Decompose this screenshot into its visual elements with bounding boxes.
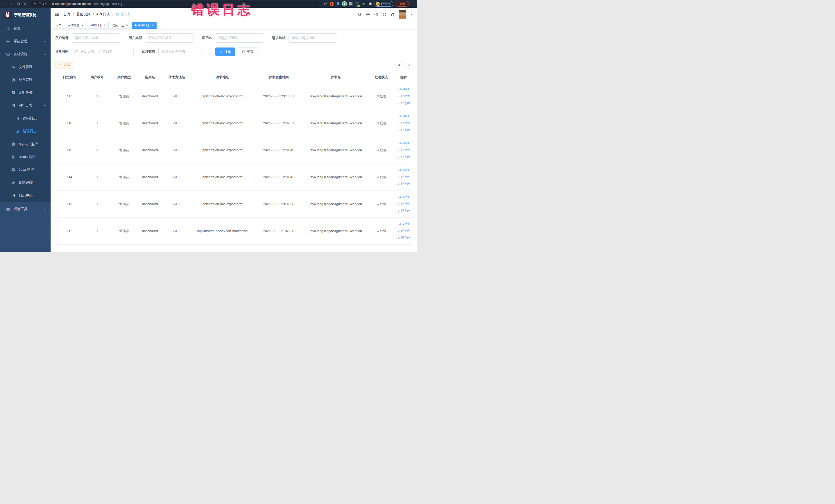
refresh-icon	[407, 63, 411, 66]
refresh-button[interactable]	[405, 61, 413, 68]
close-icon[interactable]	[126, 24, 128, 27]
cell-user-id: 1	[84, 218, 110, 244]
address-bar[interactable]: 不安全 dashboard.yudao.iocoder.cn/infra/log…	[30, 1, 320, 7]
sidebar-item-home[interactable]: 首页	[0, 22, 50, 35]
security-label: 不安全	[39, 2, 48, 6]
mark-processed-action[interactable]: 已处理	[398, 175, 410, 179]
breadcrumb-item[interactable]: 首页	[63, 12, 70, 17]
mark-processed-action[interactable]: 已处理	[398, 229, 410, 233]
url-path: /infra/log/api-error-log	[93, 2, 122, 6]
close-icon[interactable]	[103, 24, 106, 27]
puzzle-extensions-icon[interactable]	[368, 2, 372, 6]
insecure-warning-icon[interactable]	[33, 2, 37, 6]
sidebar-item-redis-monitor[interactable]: Redis 监控	[0, 150, 50, 163]
reset-button[interactable]: 重置	[238, 47, 258, 56]
mark-ignored-action[interactable]: 已忽略	[398, 236, 410, 240]
font-size-icon[interactable]	[390, 12, 395, 17]
reload-icon[interactable]	[16, 2, 20, 6]
github-icon[interactable]	[366, 12, 370, 17]
tag-home[interactable]: 首页	[53, 22, 64, 29]
request-url-input[interactable]: 请输入请求地址	[288, 33, 337, 43]
leaf-extension-icon[interactable]	[362, 2, 366, 6]
date-range-picker[interactable]: 开始日期 - 结束日期	[72, 47, 134, 56]
row-actions: 详细 已处理 已忽略	[396, 168, 412, 186]
mark-ignored-action[interactable]: 已忽略	[398, 155, 410, 159]
filter-app-name: 应用名 请输入应用名	[202, 33, 264, 43]
browser-menu-kebab-icon[interactable]	[411, 2, 415, 6]
tag-error-log[interactable]: 错误日志	[132, 22, 157, 29]
tag-schedule-log[interactable]: 调度日志	[87, 22, 108, 29]
close-icon[interactable]	[81, 24, 84, 27]
bookmark-star-icon[interactable]	[323, 2, 327, 6]
mark-processed-action[interactable]: 已处理	[398, 121, 410, 125]
update-browser-button[interactable]: 更新	[395, 1, 409, 7]
sidebar-item-access-log[interactable]: 访问日志	[0, 112, 50, 125]
toggle-search-button[interactable]	[395, 61, 403, 68]
check-icon	[398, 237, 401, 240]
cell-exception-time: 2021-05-03 12:01:45	[253, 164, 304, 190]
help-icon[interactable]	[374, 12, 378, 17]
cell-exception-time: 2021-05-03 12:02:31	[253, 109, 304, 137]
proxy-on-extension-icon[interactable]	[355, 2, 359, 6]
user-id-input[interactable]: 请输入用户编号	[72, 33, 120, 43]
user-type-select[interactable]: 请选择用户类型	[145, 33, 194, 43]
detail-action[interactable]: 详细	[399, 114, 409, 118]
tag-access-log[interactable]: 访问日志	[110, 22, 131, 29]
row-actions: 详细 已处理 已忽略	[396, 87, 412, 105]
fullscreen-icon[interactable]	[382, 12, 387, 17]
caret-down-icon[interactable]	[410, 13, 413, 16]
sidebar-item-config-mgmt[interactable]: 配置管理	[0, 74, 50, 86]
detail-action[interactable]: 详细	[399, 222, 409, 226]
breadcrumb-item[interactable]: API 日志	[96, 12, 110, 17]
detail-action[interactable]: 详细	[399, 141, 409, 145]
hamburger-icon[interactable]	[55, 12, 59, 17]
search-icon[interactable]	[358, 12, 362, 17]
sidebar-item-api-log[interactable]: API 日志	[0, 99, 50, 112]
mark-ignored-action[interactable]: 已忽略	[398, 209, 410, 213]
sidebar-item-dev-tools[interactable]: 研发工具	[0, 202, 50, 216]
sidebar-item-infrastructure[interactable]: 基础设施	[0, 48, 50, 61]
search-button[interactable]: 搜索	[216, 47, 235, 56]
paused-pill-button[interactable]: 已暂停	[374, 1, 393, 7]
sidebar-item-trace[interactable]: 链路追踪	[0, 176, 50, 189]
sidebar-item-error-log[interactable]: 错误日志	[0, 125, 50, 138]
sidebar-item-java-monitor[interactable]: Java 监控	[0, 163, 50, 176]
sidebar-item-mysql-monitor[interactable]: MySQL 监控	[0, 138, 50, 150]
sidebar-item-label: 链路追踪	[19, 180, 33, 185]
active-dot	[135, 24, 137, 26]
user-avatar[interactable]	[399, 10, 406, 19]
logo-row[interactable]: 芋道管理系统	[0, 8, 50, 22]
table-row: 115 1 管理员 dashboard GET /api/infra/db-do…	[55, 137, 413, 164]
col-app-name: 应用名	[137, 72, 162, 83]
process-status-select[interactable]: 请选择处理状态	[158, 47, 207, 56]
forward-icon[interactable]	[9, 2, 13, 6]
close-icon[interactable]	[151, 24, 154, 27]
breadcrumb-item[interactable]: 基础设施	[76, 12, 90, 17]
orange-extension-icon[interactable]	[330, 2, 334, 6]
detail-action[interactable]: 详细	[399, 168, 409, 172]
mark-processed-action[interactable]: 已处理	[398, 94, 410, 98]
row-actions: 详细 已处理 已忽略	[396, 114, 412, 132]
cell-app-name: dashboard	[137, 218, 162, 244]
detail-action[interactable]: 详细	[399, 195, 409, 199]
mark-processed-action[interactable]: 已处理	[398, 148, 410, 152]
mark-ignored-action[interactable]: 已忽略	[398, 128, 410, 132]
cell-process-status: 未处理	[368, 190, 395, 218]
sidebar-item-file-mgmt[interactable]: 文件管理	[0, 61, 50, 74]
sidebar-item-log-center[interactable]: 日志中心	[0, 189, 50, 202]
mark-processed-action[interactable]: 已处理	[398, 202, 410, 206]
browser-home-icon[interactable]	[23, 2, 27, 6]
mark-ignored-action[interactable]: 已忽略	[398, 101, 410, 105]
grid-extension-icon[interactable]	[349, 2, 353, 6]
green-extension-icon[interactable]: Y	[342, 2, 347, 6]
sidebar-item-system-mgmt[interactable]: 系统管理	[0, 35, 50, 48]
shield-extension-icon[interactable]	[336, 2, 340, 6]
back-icon[interactable]	[3, 2, 6, 6]
detail-action[interactable]: 详细	[399, 87, 409, 92]
tag-scheduled-tasks[interactable]: 定时任务	[65, 22, 86, 29]
export-button[interactable]: 导出	[55, 61, 74, 69]
sidebar-item-label: 文件管理	[19, 65, 33, 69]
app-name-input[interactable]: 请输入应用名	[215, 33, 264, 43]
sidebar-item-scheduled-tasks[interactable]: 定时任务	[0, 86, 50, 99]
mark-ignored-action[interactable]: 已忽略	[398, 182, 410, 186]
